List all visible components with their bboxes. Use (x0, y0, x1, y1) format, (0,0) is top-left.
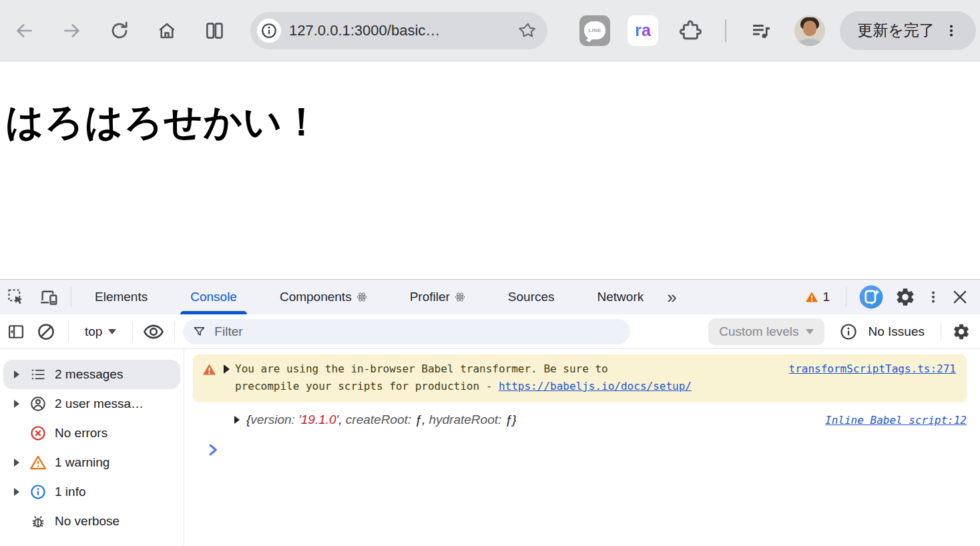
sidebar-item-label: 2 messages (55, 367, 123, 382)
device-toolbar-icon (39, 287, 59, 307)
side-panel-icon (204, 20, 225, 41)
tab-console-label: Console (190, 290, 237, 304)
devtools-panel: Elements Console Components Profiler Sou… (0, 279, 980, 546)
tab-components[interactable]: Components (266, 280, 381, 314)
devtools-settings-button[interactable] (895, 286, 916, 308)
address-bar[interactable]: 127.0.0.1:3000/basic… (250, 12, 547, 49)
line-extension-icon: LINE (584, 21, 605, 39)
back-button[interactable] (11, 17, 37, 44)
reload-icon (109, 20, 130, 41)
info-circle-icon (839, 322, 858, 341)
forward-button[interactable] (59, 17, 85, 44)
warning-triangle-icon (29, 454, 47, 471)
bookmark-star-icon[interactable] (518, 21, 537, 40)
live-expression-button[interactable] (142, 320, 165, 343)
ra-extension-icon: ra (635, 21, 651, 40)
string-value: '19.1.0' (298, 413, 338, 427)
sidebar-item-label: No verbose (55, 514, 119, 529)
console-sidebar-toggle-button[interactable] (7, 322, 25, 341)
tab-network[interactable]: Network (583, 280, 658, 314)
device-toolbar-button[interactable] (39, 287, 59, 307)
tab-network-label: Network (597, 290, 644, 304)
browser-toolbar: 127.0.0.1:3000/basic… LINE ra 更新を完了 (0, 0, 980, 61)
sidebar-item-messages[interactable]: 2 messages (3, 360, 180, 389)
prompt-chevron-icon (208, 443, 219, 457)
console-prompt[interactable] (208, 443, 980, 457)
kebab-menu-icon (925, 288, 941, 306)
separator: , (422, 413, 429, 427)
side-panel-button[interactable] (201, 17, 228, 44)
tab-sources-label: Sources (508, 290, 555, 304)
expand-arrow-icon[interactable] (14, 370, 23, 378)
console-sidebar: 2 messages 2 user messa… No errors (0, 349, 184, 546)
issues-status[interactable]: No Issues (869, 324, 925, 339)
warning-count-badge[interactable]: 1 (796, 290, 839, 304)
page-info-icon (260, 22, 278, 39)
context-selector[interactable]: top (78, 324, 123, 339)
inspect-element-button[interactable] (7, 288, 25, 306)
chevron-down-icon (108, 329, 116, 334)
issues-info-button[interactable] (839, 322, 858, 341)
toolbar-divider (941, 322, 941, 342)
devtools-menu-button[interactable] (925, 288, 941, 306)
expand-arrow-icon[interactable] (14, 488, 23, 496)
home-icon (156, 20, 178, 41)
home-button[interactable] (154, 17, 180, 44)
settings-gear-icon (952, 322, 971, 341)
console-main: 2 messages 2 user messa… No errors (0, 349, 980, 546)
log-source-link[interactable]: Inline Babel script:12 (825, 414, 967, 427)
ra-extension-button[interactable]: ra (628, 15, 658, 46)
update-chrome-button[interactable]: 更新を完了 (840, 11, 976, 50)
warning-message-body: You are using the in-browser Babel trans… (224, 360, 956, 395)
console-settings-button[interactable] (952, 322, 971, 341)
console-filter[interactable] (183, 319, 630, 344)
custom-levels-dropdown[interactable]: Custom levels (708, 318, 824, 345)
tab-console[interactable]: Console (176, 280, 251, 314)
ai-assistant-button[interactable] (859, 284, 884, 310)
tab-profiler[interactable]: Profiler (396, 280, 479, 314)
warning-triangle-icon (805, 290, 818, 304)
sidebar-item-warnings[interactable]: 1 warning (3, 448, 180, 477)
devtools-close-button[interactable] (951, 288, 969, 306)
sidebar-item-label: 2 user messa… (55, 396, 144, 411)
expand-arrow-icon[interactable] (234, 416, 240, 424)
sidebar-item-info[interactable]: 1 info (3, 477, 180, 507)
avatar-shirt (798, 39, 822, 46)
reload-button[interactable] (106, 17, 133, 44)
tab-elements[interactable]: Elements (81, 280, 162, 314)
object-key: createRoot: (346, 413, 415, 427)
more-tabs-chevron[interactable]: » (658, 287, 686, 308)
profile-avatar[interactable] (794, 15, 825, 46)
browser-menu-kebab-icon[interactable] (944, 22, 959, 39)
warning-count: 1 (822, 290, 830, 304)
sidebar-item-user-messages[interactable]: 2 user messa… (3, 389, 180, 419)
url-text[interactable]: 127.0.0.1:3000/basic… (289, 22, 518, 39)
line-extension-button[interactable]: LINE (579, 15, 610, 46)
tab-elements-label: Elements (95, 290, 148, 304)
page-viewport: はろはろせかい！ (0, 62, 980, 279)
sidebar-item-verbose[interactable]: No verbose (3, 507, 180, 536)
console-log-message[interactable]: {version: '19.1.0', createRoot: ƒ, hydra… (234, 413, 967, 427)
page-info-button[interactable] (257, 19, 281, 43)
toolbar-divider (174, 322, 175, 342)
expand-arrow-icon[interactable] (14, 400, 23, 408)
tab-sources[interactable]: Sources (494, 280, 569, 314)
filter-funnel-icon (192, 324, 206, 339)
custom-levels-label: Custom levels (719, 324, 798, 339)
sidebar-item-errors[interactable]: No errors (3, 419, 180, 448)
toolbar-divider (725, 19, 726, 42)
object-key: version: (250, 413, 298, 427)
filter-input[interactable] (213, 324, 621, 340)
expand-arrow-icon[interactable] (14, 459, 23, 467)
warning-source-link[interactable]: transformScriptTags.ts:271 (789, 360, 956, 378)
media-control-button[interactable] (746, 16, 776, 45)
extensions-button[interactable] (676, 17, 704, 45)
expand-arrow-icon[interactable] (224, 364, 230, 374)
error-circle-icon (29, 425, 47, 442)
settings-gear-icon (895, 286, 916, 308)
console-warning-message[interactable]: You are using the in-browser Babel trans… (193, 354, 967, 402)
warning-text-line1: You are using the in-browser Babel trans… (235, 360, 608, 378)
babel-docs-link[interactable]: https://babeljs.io/docs/setup/ (499, 380, 692, 392)
clear-console-button[interactable] (36, 322, 56, 342)
messages-list-icon (29, 366, 47, 383)
